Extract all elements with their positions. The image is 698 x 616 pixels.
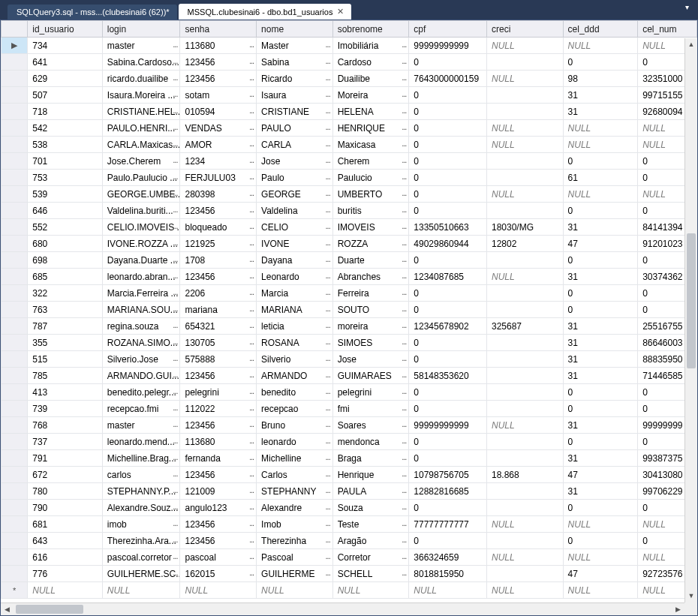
cell-id[interactable]: 641 (28, 54, 103, 71)
cell-creci[interactable]: NULL (486, 71, 563, 87)
cell-sobrenome[interactable]: Braga... (332, 450, 409, 467)
cell-senha[interactable]: 123456... (180, 71, 257, 87)
cell-senha[interactable]: angulo123... (180, 500, 257, 516)
cell-ddd[interactable]: 31 (563, 417, 638, 434)
cell-ddd[interactable]: 31 (563, 87, 638, 104)
row-selector[interactable] (2, 285, 28, 302)
cell-sobrenome[interactable]: pelegrini... (332, 384, 409, 401)
cell-senha[interactable]: pelegrini... (180, 384, 257, 401)
cell-creci[interactable] (486, 335, 563, 351)
cell-id[interactable]: 680 (28, 236, 103, 252)
cell-nome[interactable]: CARLA... (257, 137, 333, 153)
cell-sobrenome[interactable]: SIMOES... (332, 335, 409, 351)
horizontal-scrollbar[interactable]: ◀ ▶ (1, 602, 684, 615)
table-row[interactable]: 763MARIANA.SOU......mariana...MARIANA...… (2, 302, 697, 318)
cell-creci[interactable] (486, 351, 563, 368)
row-selector[interactable] (2, 401, 28, 417)
cell-cpf[interactable]: 0 (409, 87, 487, 104)
cell-senha[interactable]: 654321... (180, 318, 257, 335)
cell-id[interactable]: 791 (28, 450, 103, 467)
cell-id[interactable]: 538 (28, 137, 103, 153)
table-row[interactable]: 672carlos...123456...Carlos...Henrique..… (2, 467, 697, 483)
row-selector[interactable] (2, 434, 28, 450)
cell-id[interactable]: 643 (28, 533, 103, 549)
row-selector[interactable] (2, 120, 28, 137)
cell-cpf[interactable]: 7643000000159 (409, 71, 487, 87)
table-row[interactable]: 768master...123456...Bruno...Soares...99… (2, 417, 697, 434)
cell-sobrenome[interactable]: moreira... (332, 318, 409, 335)
cell-id[interactable]: 542 (28, 120, 103, 137)
cell-creci[interactable] (486, 533, 563, 549)
cell-senha[interactable]: 123456... (180, 54, 257, 71)
cell-nome[interactable]: Jose... (257, 153, 333, 170)
cell-senha[interactable]: bloqueado... (180, 219, 257, 236)
cell-creci[interactable]: 325687 (486, 318, 563, 335)
tab-query[interactable]: SQLQuery3.sql - mss...(clubesinai6 (62))… (8, 5, 177, 20)
cell-nome[interactable]: Isaura... (257, 87, 333, 104)
row-selector[interactable] (2, 318, 28, 335)
row-selector[interactable] (2, 549, 28, 566)
cell-ddd[interactable]: 0 (563, 153, 638, 170)
cell-login[interactable]: MARIANA.SOU...... (102, 302, 180, 318)
cell-creci[interactable] (486, 500, 563, 516)
col-header[interactable]: sobrenome (332, 21, 409, 38)
cell-null[interactable]: NULL (563, 582, 638, 599)
table-row[interactable]: 776GUILHERME.SC......162015...GUILHERME.… (2, 566, 697, 582)
cell-creci[interactable] (486, 285, 563, 302)
cell-senha[interactable]: 113680... (180, 38, 257, 54)
cell-id[interactable]: 322 (28, 285, 103, 302)
cell-login[interactable]: leonardo.mend...... (102, 434, 180, 450)
cell-creci[interactable]: 12802 (486, 236, 563, 252)
cell-nome[interactable]: CRISTIANE... (257, 104, 333, 120)
cell-sobrenome[interactable]: Paulucio... (332, 170, 409, 186)
cell-nome[interactable]: MARIANA... (257, 302, 333, 318)
cell-null[interactable]: NULL (102, 582, 180, 599)
col-header[interactable]: cel_ddd (563, 21, 638, 38)
cell-sobrenome[interactable]: GUIMARAES... (332, 368, 409, 384)
cell-ddd[interactable]: 0 (563, 384, 638, 401)
cell-login[interactable]: Isaura.Moreira ...... (102, 87, 180, 104)
cell-login[interactable]: Marcia.Ferreira ...... (102, 285, 180, 302)
cell-nome[interactable]: Therezinha... (257, 533, 333, 549)
cell-id[interactable]: 507 (28, 87, 103, 104)
cell-ddd[interactable]: NULL (563, 549, 638, 566)
cell-id[interactable]: 785 (28, 368, 103, 384)
cell-login[interactable]: recepcao.fmi... (102, 401, 180, 417)
cell-cpf[interactable]: 0 (409, 384, 487, 401)
cell-senha[interactable]: FERJULU03... (180, 170, 257, 186)
cell-login[interactable]: Jose.Cherem... (102, 153, 180, 170)
cell-cpf[interactable]: 0 (409, 335, 487, 351)
cell-creci[interactable] (486, 153, 563, 170)
cell-ddd[interactable]: NULL (563, 38, 638, 54)
cell-nome[interactable]: ROSANA... (257, 335, 333, 351)
cell-senha[interactable]: 010594... (180, 104, 257, 120)
cell-nome[interactable]: GEORGE... (257, 186, 333, 203)
cell-login[interactable]: master... (102, 417, 180, 434)
cell-sobrenome[interactable]: Souza... (332, 500, 409, 516)
cell-cpf[interactable]: 0 (409, 252, 487, 269)
cell-sobrenome[interactable]: Moreira... (332, 87, 409, 104)
cell-nome[interactable]: Valdelina... (257, 203, 333, 219)
cell-senha[interactable]: 123456... (180, 467, 257, 483)
table-row[interactable]: 629ricardo.duailibe...123456...Ricardo..… (2, 71, 697, 87)
cell-sobrenome[interactable]: mendonca... (332, 434, 409, 450)
cell-login[interactable]: Valdelina.buriti...... (102, 203, 180, 219)
cell-creci[interactable]: 18030/MG (486, 219, 563, 236)
cell-id[interactable]: 515 (28, 351, 103, 368)
cell-ddd[interactable]: NULL (563, 516, 638, 533)
table-row[interactable]: 515Silverio.Jose...575888...Silverio...J… (2, 351, 697, 368)
cell-login[interactable]: ARMANDO.GUI...... (102, 368, 180, 384)
cell-login[interactable]: Paulo.Paulucio ...... (102, 170, 180, 186)
cell-creci[interactable] (486, 483, 563, 500)
cell-sobrenome[interactable]: Imobiliária... (332, 38, 409, 54)
cell-cpf[interactable]: 77777777777 (409, 516, 487, 533)
cell-ddd[interactable]: NULL (563, 120, 638, 137)
cell-sobrenome[interactable]: Duarte... (332, 252, 409, 269)
cell-creci[interactable] (486, 203, 563, 219)
cell-creci[interactable]: NULL (486, 186, 563, 203)
cell-nome[interactable]: IVONE... (257, 236, 333, 252)
cell-cpf[interactable]: 0 (409, 302, 487, 318)
row-selector[interactable] (2, 335, 28, 351)
cell-cpf[interactable]: 12345678902 (409, 318, 487, 335)
row-selector[interactable] (2, 203, 28, 219)
